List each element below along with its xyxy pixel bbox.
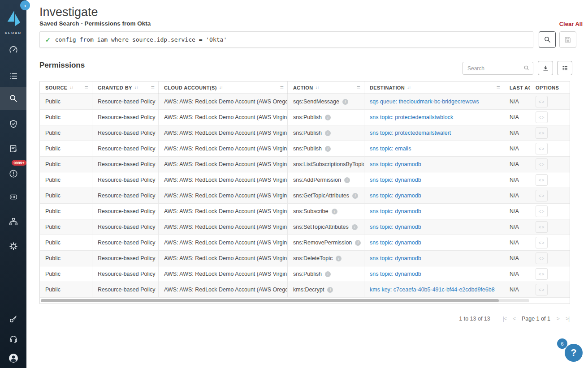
column-header-last[interactable]: LAST ACCESSED [504,81,530,94]
destination-link[interactable]: sns topic: protectedemailstwblock [370,114,453,120]
sidebar-item-access-keys[interactable] [0,308,26,329]
sidebar-item-support[interactable] [0,329,26,350]
sort-icons[interactable]: ↓↑ [219,85,223,90]
cell-options: <> [530,204,570,219]
info-icon[interactable]: i [355,240,361,246]
options-button[interactable]: <> [536,221,548,233]
info-icon[interactable]: i [325,115,331,120]
options-button[interactable]: <> [536,158,548,170]
sidebar-item-compute[interactable] [0,186,26,208]
save-search-button[interactable] [559,31,576,48]
scrollbar-thumb[interactable] [41,299,499,302]
clear-all-link[interactable]: Clear All [559,21,583,27]
sidebar-item-dashboard[interactable] [0,39,26,61]
sidebar-item-profile[interactable] [0,347,26,368]
options-button[interactable]: <> [536,252,548,264]
sidebar-item-reports[interactable] [0,138,26,159]
info-icon[interactable]: i [332,209,337,214]
options-button[interactable]: <> [536,96,548,107]
sidebar-item-compliance[interactable] [0,113,26,135]
cell-cloud-account: AWS: AWS: RedLock Demo Account (AWS Virg… [159,110,288,125]
info-icon[interactable]: i [325,271,331,277]
sidebar-expand-toggle[interactable]: › [20,0,30,10]
column-menu-icon[interactable]: ≡ [276,84,284,91]
destination-link[interactable]: sns topic: dynamodb [370,177,421,183]
destination-link[interactable]: sns topic: dynamodb [370,271,421,277]
table-row: Public Resource-based Policy AWS: AWS: R… [40,282,570,298]
column-header-source[interactable]: SOURCE ↓↑ ≡ [40,81,92,94]
destination-link[interactable]: sns topic: dynamodb [370,224,421,230]
options-button[interactable]: <> [536,143,548,154]
destination-link[interactable]: sns topic: dynamodb [370,161,421,167]
column-menu-icon[interactable]: ≡ [353,84,360,91]
options-button[interactable]: <> [536,190,548,201]
sort-icons[interactable]: ↓↑ [407,85,411,90]
sidebar-item-investigate[interactable] [0,87,26,110]
column-menu-icon[interactable]: ≡ [493,84,500,91]
help-button[interactable]: ? [565,344,583,362]
query-input-bar[interactable]: ✓ config from iam where source.idp.servi… [39,31,533,48]
first-page-icon[interactable]: |< [503,316,506,322]
options-button[interactable]: <> [536,284,548,295]
destination-link[interactable]: sns topic: emails [370,145,411,152]
next-page-icon[interactable]: > [557,316,559,322]
report-check-icon [9,144,18,154]
sort-icons[interactable]: ↓↑ [69,85,73,90]
cell-options: <> [530,125,570,141]
column-header-action[interactable]: ACTION ↓↑ ≡ [288,81,364,94]
saved-search-subtitle: Saved Search - Permissions from Okta [39,20,151,27]
run-search-button[interactable] [539,31,556,48]
destination-link[interactable]: sns topic: dynamodb [370,208,421,214]
info-icon[interactable]: i [352,224,358,230]
options-button[interactable]: <> [536,111,548,123]
cell-last-accessed: N/A [504,172,530,188]
cell-destination: sns topic: protectedemailstwalert [364,125,504,141]
info-icon[interactable]: i [342,99,348,105]
sidebar-item-inventory[interactable] [0,65,26,87]
info-icon[interactable]: i [325,146,331,152]
sort-icons[interactable]: ↓↑ [316,85,319,90]
options-button[interactable]: <> [536,237,548,248]
options-button[interactable]: <> [536,268,548,280]
cell-source: Public [40,204,92,219]
destination-link[interactable]: sns topic: dynamodb [370,240,421,246]
info-icon[interactable]: i [344,177,350,183]
cell-granted-by: Resource-based Policy [92,219,159,235]
cell-cloud-account: AWS: AWS: RedLock Demo Account (AWS Virg… [159,266,288,282]
pinned-column-divider [530,298,530,304]
column-header-options[interactable]: OPTIONS [530,81,570,94]
sidebar-item-alerts[interactable] [0,163,26,184]
previous-page-icon[interactable]: < [513,316,515,322]
sidebar-item-network[interactable] [0,211,26,232]
column-menu-icon[interactable]: ≡ [81,84,88,91]
options-button[interactable]: <> [536,205,548,217]
options-button[interactable]: <> [536,174,548,186]
sidebar-item-settings[interactable] [0,235,26,257]
cell-destination: sns topic: protectedemailstwblock [364,110,504,125]
sort-icons[interactable]: ↓↑ [134,85,138,90]
destination-link[interactable]: sns topic: dynamodb [370,193,421,199]
column-settings-button[interactable] [557,61,572,75]
key-icon [9,314,18,324]
info-icon[interactable]: i [325,130,331,136]
column-header-dest[interactable]: DESTINATION ↓↑ ≡ [364,81,504,94]
table-search-input[interactable] [463,62,533,75]
column-header-granted[interactable]: GRANTED BY ↓↑ ≡ [92,81,159,94]
last-page-icon[interactable]: >| [566,316,569,322]
destination-link[interactable]: sqs queue: thecloudmark-bc-bridgecrewcws [370,98,479,105]
info-icon[interactable]: i [352,193,358,199]
info-icon[interactable]: i [327,287,333,293]
column-menu-icon[interactable]: ≡ [147,84,155,91]
cell-destination: sns topic: dynamodb [364,204,504,219]
cell-options: <> [530,235,570,250]
destination-link[interactable]: sns topic: dynamodb [370,255,421,261]
destination-link[interactable]: kms key: c7ceaefa-40b5-491c-bf44-e2cdbd9… [370,287,495,293]
table-header-row: SOURCE ↓↑ ≡ GRANTED BY ↓↑ ≡ CLOUD ACCOUN… [40,81,570,94]
action-label: kms:Decrypt [293,287,324,293]
column-header-account[interactable]: CLOUD ACCOUNT(S) ↓↑ ≡ [159,81,288,94]
destination-link[interactable]: sns topic: protectedemailstwalert [370,130,451,136]
download-button[interactable] [538,61,553,75]
options-button[interactable]: <> [536,127,548,139]
info-icon[interactable]: i [336,256,342,261]
code-brackets-icon: <> [539,193,545,198]
